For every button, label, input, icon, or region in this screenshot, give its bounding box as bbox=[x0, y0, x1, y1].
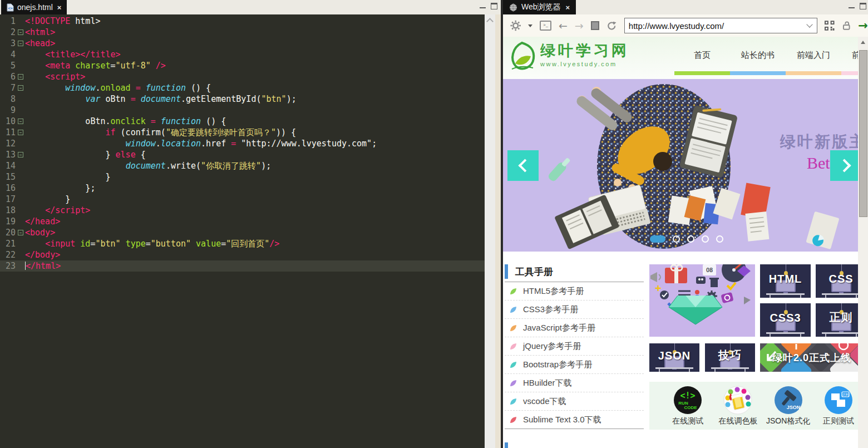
url-input[interactable] bbox=[625, 21, 812, 31]
code-line[interactable]: 16 }; bbox=[0, 183, 485, 194]
carousel-dot[interactable] bbox=[650, 235, 665, 243]
code-line[interactable]: 7 window.onload = function () { bbox=[0, 82, 485, 93]
code-line[interactable]: 2<html> bbox=[0, 27, 485, 38]
scroll-up-icon[interactable] bbox=[486, 18, 494, 25]
fold-marker-icon[interactable] bbox=[16, 82, 25, 93]
carousel-next-button[interactable] bbox=[830, 150, 858, 181]
promo-tile-diamond[interactable]: 08 + × bbox=[649, 264, 755, 337]
course-tile[interactable]: 技巧 bbox=[705, 343, 755, 372]
fold-marker-icon[interactable] bbox=[16, 71, 25, 82]
course-tile[interactable]: CSS3 bbox=[760, 303, 811, 337]
code-line[interactable]: 9 bbox=[0, 105, 485, 116]
nav-item-cutoff[interactable]: 前 bbox=[841, 50, 858, 61]
carousel-dot[interactable] bbox=[716, 235, 723, 243]
code-line[interactable]: 11 if (confirm("确定要跳转到绿叶首页吗？")) { bbox=[0, 127, 485, 138]
code-line[interactable]: 10 oBtn.onclick = function () { bbox=[0, 116, 485, 127]
forward-icon[interactable]: → bbox=[575, 21, 584, 31]
json-hammer-icon: JSON bbox=[774, 386, 803, 415]
unlock-icon[interactable] bbox=[842, 21, 851, 31]
sidebar-item[interactable]: vscode下载 bbox=[505, 392, 644, 411]
code-line[interactable]: 1<!DOCTYPE html> bbox=[0, 16, 485, 27]
code-line[interactable]: 18 </script> bbox=[0, 205, 485, 216]
code-line[interactable]: 15 } bbox=[0, 171, 485, 183]
page-scrollbar[interactable] bbox=[858, 37, 868, 448]
quick-link-json-format[interactable]: JSON JSON格式化 bbox=[763, 386, 813, 430]
promo-tile-launch[interactable]: 绿叶2.0正式上线 bbox=[760, 343, 858, 372]
qr-code-icon[interactable] bbox=[825, 21, 834, 31]
browser-window-controls bbox=[849, 3, 866, 9]
browser-tab[interactable]: Web浏览器 × bbox=[503, 0, 576, 14]
sidebar-item[interactable]: jQuery参考手册 bbox=[505, 337, 644, 356]
code-text: oBtn.onclick = function () { bbox=[25, 116, 226, 127]
scroll-up-icon[interactable] bbox=[861, 41, 865, 44]
nav-item-frontend-intro[interactable]: 前端入门 bbox=[786, 50, 841, 61]
carousel-dot[interactable] bbox=[687, 235, 694, 243]
maximize-icon[interactable] bbox=[860, 3, 866, 9]
course-tile[interactable]: JSON bbox=[649, 343, 699, 372]
line-number: 3 bbox=[0, 38, 16, 49]
console-icon[interactable]: >_ bbox=[540, 21, 551, 31]
code-line[interactable]: 8 var oBtn = document.getElementById("bt… bbox=[0, 93, 485, 105]
code-line[interactable]: 17 } bbox=[0, 194, 485, 205]
code-line[interactable]: 20<body> bbox=[0, 227, 485, 238]
carousel-dot[interactable] bbox=[702, 235, 709, 243]
sidebar-item[interactable]: HTML5参考手册 bbox=[505, 282, 644, 301]
editor-scrollbar[interactable] bbox=[485, 14, 495, 448]
sidebar-item[interactable]: Sublime Text 3.0下载 bbox=[505, 411, 644, 429]
fold-marker-icon[interactable] bbox=[16, 149, 25, 160]
nav-item-book[interactable]: 站长的书 bbox=[730, 50, 786, 61]
carousel-banner[interactable]: 绿叶新版主 Beta2 bbox=[503, 79, 858, 252]
sidebar-item[interactable]: Bootstrap参考手册 bbox=[505, 356, 644, 374]
refresh-icon[interactable] bbox=[606, 21, 617, 31]
tile-label: CSS bbox=[816, 273, 858, 285]
line-number: 22 bbox=[0, 249, 16, 260]
code-line[interactable]: 13 } else { bbox=[0, 149, 485, 160]
back-icon[interactable]: ← bbox=[559, 21, 568, 31]
code-line[interactable]: 21 <input id="btn" type="button" value="… bbox=[0, 238, 485, 249]
code-line[interactable]: 19</head> bbox=[0, 216, 485, 227]
tile-label: 技巧 bbox=[705, 348, 755, 363]
gear-dropdown-icon[interactable] bbox=[528, 24, 532, 27]
code-line[interactable]: 12 window.location.href = "http://www.lv… bbox=[0, 138, 485, 149]
code-line[interactable]: 23</html> bbox=[0, 260, 485, 272]
quick-link-palette[interactable]: 在线调色板 bbox=[713, 386, 763, 430]
code-line[interactable]: 14 document.write("你取消了跳转"); bbox=[0, 160, 485, 171]
browser-tab-close-icon[interactable]: × bbox=[566, 3, 570, 12]
minimize-icon[interactable] bbox=[849, 3, 855, 8]
code-line[interactable]: 22</body> bbox=[0, 249, 485, 260]
carousel-prev-button[interactable] bbox=[507, 150, 539, 181]
webpage: 绿叶学习网 www.lvyestudy.com 首页 站长的书 前端入门 前 bbox=[503, 37, 858, 448]
chevron-left-icon bbox=[518, 159, 531, 172]
line-number: 21 bbox=[0, 238, 16, 249]
course-tile[interactable]: HTML bbox=[760, 264, 811, 298]
site-logo[interactable]: 绿叶学习网 www.lvyestudy.com bbox=[507, 41, 629, 72]
code-line[interactable]: 4 <title></title> bbox=[0, 49, 485, 60]
fold-marker-icon[interactable] bbox=[16, 227, 25, 238]
minimize-icon[interactable] bbox=[480, 3, 486, 8]
fold-marker-icon[interactable] bbox=[16, 127, 25, 138]
sidebar-list: HTML5参考手册CSS3参考手册JavaScript参考手册jQuery参考手… bbox=[505, 282, 644, 429]
fold-marker-icon[interactable] bbox=[16, 27, 25, 38]
quick-link-regex-test[interactable]: 正则 正则测试 bbox=[813, 386, 858, 430]
code-line[interactable]: 3<head> bbox=[0, 38, 485, 49]
code-editor[interactable]: 1<!DOCTYPE html>2<html>3<head>4 <title><… bbox=[0, 14, 485, 448]
settings-gear-icon[interactable] bbox=[510, 20, 521, 31]
sidebar-item[interactable]: CSS3参考手册 bbox=[505, 301, 644, 319]
fold-marker-icon[interactable] bbox=[16, 116, 25, 127]
course-tile[interactable]: CSS bbox=[816, 264, 858, 298]
sidebar-item[interactable]: JavaScript参考手册 bbox=[505, 319, 644, 337]
carousel-dot[interactable] bbox=[673, 235, 680, 243]
code-line[interactable]: 6 <script> bbox=[0, 71, 485, 82]
nav-item-home[interactable]: 首页 bbox=[674, 50, 730, 61]
stop-icon[interactable] bbox=[591, 21, 600, 30]
editor-tab[interactable]: <> onejs.html × bbox=[1, 0, 67, 14]
fold-marker-icon[interactable] bbox=[16, 38, 25, 49]
maximize-icon[interactable] bbox=[491, 3, 497, 9]
code-line[interactable]: 5 <meta charset="utf-8" /> bbox=[0, 60, 485, 71]
quick-link-run-code[interactable]: <!>RUNCODE 在线测试 bbox=[663, 386, 713, 430]
go-arrow-icon[interactable]: → bbox=[858, 20, 868, 32]
scrollbar-thumb[interactable] bbox=[859, 50, 867, 217]
sidebar-item[interactable]: HBuilder下载 bbox=[505, 374, 644, 392]
editor-tab-close-icon[interactable]: × bbox=[57, 3, 62, 12]
course-tile[interactable]: 正则 bbox=[816, 303, 858, 337]
